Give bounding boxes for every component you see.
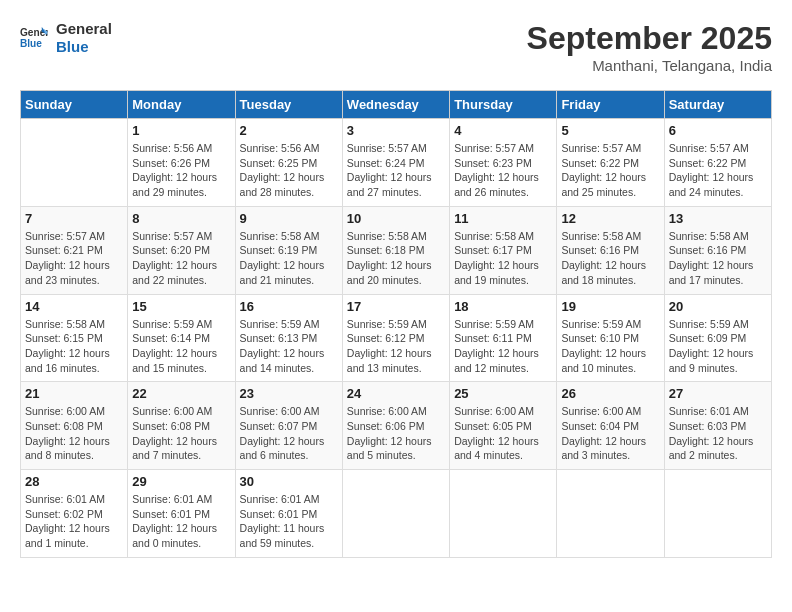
calendar-cell: [557, 470, 664, 558]
calendar-cell: 22Sunrise: 6:00 AM Sunset: 6:08 PM Dayli…: [128, 382, 235, 470]
week-row-1: 1Sunrise: 5:56 AM Sunset: 6:26 PM Daylig…: [21, 119, 772, 207]
calendar-cell: 26Sunrise: 6:00 AM Sunset: 6:04 PM Dayli…: [557, 382, 664, 470]
day-number: 1: [132, 123, 230, 138]
day-number: 29: [132, 474, 230, 489]
calendar-cell: [450, 470, 557, 558]
title-block: September 2025 Manthani, Telangana, Indi…: [527, 20, 772, 74]
calendar-cell: 28Sunrise: 6:01 AM Sunset: 6:02 PM Dayli…: [21, 470, 128, 558]
day-detail: Sunrise: 5:56 AM Sunset: 6:26 PM Dayligh…: [132, 141, 230, 200]
day-detail: Sunrise: 5:57 AM Sunset: 6:20 PM Dayligh…: [132, 229, 230, 288]
calendar-cell: 12Sunrise: 5:58 AM Sunset: 6:16 PM Dayli…: [557, 206, 664, 294]
calendar-cell: 2Sunrise: 5:56 AM Sunset: 6:25 PM Daylig…: [235, 119, 342, 207]
day-number: 27: [669, 386, 767, 401]
day-number: 15: [132, 299, 230, 314]
location-subtitle: Manthani, Telangana, India: [527, 57, 772, 74]
day-number: 5: [561, 123, 659, 138]
day-detail: Sunrise: 5:58 AM Sunset: 6:18 PM Dayligh…: [347, 229, 445, 288]
day-number: 10: [347, 211, 445, 226]
day-detail: Sunrise: 5:58 AM Sunset: 6:17 PM Dayligh…: [454, 229, 552, 288]
calendar-cell: 24Sunrise: 6:00 AM Sunset: 6:06 PM Dayli…: [342, 382, 449, 470]
calendar-cell: 29Sunrise: 6:01 AM Sunset: 6:01 PM Dayli…: [128, 470, 235, 558]
calendar-cell: 30Sunrise: 6:01 AM Sunset: 6:01 PM Dayli…: [235, 470, 342, 558]
calendar-cell: 8Sunrise: 5:57 AM Sunset: 6:20 PM Daylig…: [128, 206, 235, 294]
calendar-cell: 15Sunrise: 5:59 AM Sunset: 6:14 PM Dayli…: [128, 294, 235, 382]
day-detail: Sunrise: 6:01 AM Sunset: 6:03 PM Dayligh…: [669, 404, 767, 463]
day-number: 13: [669, 211, 767, 226]
calendar-cell: 18Sunrise: 5:59 AM Sunset: 6:11 PM Dayli…: [450, 294, 557, 382]
weekday-header-tuesday: Tuesday: [235, 91, 342, 119]
day-detail: Sunrise: 5:59 AM Sunset: 6:09 PM Dayligh…: [669, 317, 767, 376]
day-number: 16: [240, 299, 338, 314]
calendar-cell: 16Sunrise: 5:59 AM Sunset: 6:13 PM Dayli…: [235, 294, 342, 382]
day-number: 6: [669, 123, 767, 138]
calendar-cell: 14Sunrise: 5:58 AM Sunset: 6:15 PM Dayli…: [21, 294, 128, 382]
day-number: 19: [561, 299, 659, 314]
day-detail: Sunrise: 5:57 AM Sunset: 6:24 PM Dayligh…: [347, 141, 445, 200]
day-detail: Sunrise: 5:57 AM Sunset: 6:21 PM Dayligh…: [25, 229, 123, 288]
week-row-4: 21Sunrise: 6:00 AM Sunset: 6:08 PM Dayli…: [21, 382, 772, 470]
calendar-cell: 13Sunrise: 5:58 AM Sunset: 6:16 PM Dayli…: [664, 206, 771, 294]
day-number: 30: [240, 474, 338, 489]
day-detail: Sunrise: 6:01 AM Sunset: 6:01 PM Dayligh…: [240, 492, 338, 551]
calendar-cell: 11Sunrise: 5:58 AM Sunset: 6:17 PM Dayli…: [450, 206, 557, 294]
logo-icon: General Blue: [20, 24, 48, 52]
day-detail: Sunrise: 5:57 AM Sunset: 6:22 PM Dayligh…: [669, 141, 767, 200]
day-detail: Sunrise: 6:00 AM Sunset: 6:08 PM Dayligh…: [132, 404, 230, 463]
day-number: 2: [240, 123, 338, 138]
day-detail: Sunrise: 5:59 AM Sunset: 6:13 PM Dayligh…: [240, 317, 338, 376]
calendar-cell: 1Sunrise: 5:56 AM Sunset: 6:26 PM Daylig…: [128, 119, 235, 207]
calendar-cell: 4Sunrise: 5:57 AM Sunset: 6:23 PM Daylig…: [450, 119, 557, 207]
day-number: 24: [347, 386, 445, 401]
day-number: 25: [454, 386, 552, 401]
logo-line2: Blue: [56, 38, 112, 56]
calendar-cell: 10Sunrise: 5:58 AM Sunset: 6:18 PM Dayli…: [342, 206, 449, 294]
weekday-header-monday: Monday: [128, 91, 235, 119]
calendar-cell: 19Sunrise: 5:59 AM Sunset: 6:10 PM Dayli…: [557, 294, 664, 382]
day-detail: Sunrise: 6:01 AM Sunset: 6:02 PM Dayligh…: [25, 492, 123, 551]
logo: General Blue General Blue: [20, 20, 112, 56]
day-number: 12: [561, 211, 659, 226]
weekday-header-friday: Friday: [557, 91, 664, 119]
day-detail: Sunrise: 5:57 AM Sunset: 6:22 PM Dayligh…: [561, 141, 659, 200]
calendar-cell: 6Sunrise: 5:57 AM Sunset: 6:22 PM Daylig…: [664, 119, 771, 207]
weekday-header-thursday: Thursday: [450, 91, 557, 119]
day-number: 3: [347, 123, 445, 138]
calendar-cell: 23Sunrise: 6:00 AM Sunset: 6:07 PM Dayli…: [235, 382, 342, 470]
day-number: 22: [132, 386, 230, 401]
day-detail: Sunrise: 5:58 AM Sunset: 6:16 PM Dayligh…: [669, 229, 767, 288]
day-detail: Sunrise: 5:58 AM Sunset: 6:15 PM Dayligh…: [25, 317, 123, 376]
weekday-header-saturday: Saturday: [664, 91, 771, 119]
day-number: 8: [132, 211, 230, 226]
day-number: 14: [25, 299, 123, 314]
day-number: 21: [25, 386, 123, 401]
week-row-3: 14Sunrise: 5:58 AM Sunset: 6:15 PM Dayli…: [21, 294, 772, 382]
logo-line1: General: [56, 20, 112, 38]
calendar-table: SundayMondayTuesdayWednesdayThursdayFrid…: [20, 90, 772, 558]
calendar-cell: 9Sunrise: 5:58 AM Sunset: 6:19 PM Daylig…: [235, 206, 342, 294]
day-detail: Sunrise: 5:59 AM Sunset: 6:14 PM Dayligh…: [132, 317, 230, 376]
calendar-cell: 20Sunrise: 5:59 AM Sunset: 6:09 PM Dayli…: [664, 294, 771, 382]
calendar-cell: 27Sunrise: 6:01 AM Sunset: 6:03 PM Dayli…: [664, 382, 771, 470]
day-detail: Sunrise: 5:56 AM Sunset: 6:25 PM Dayligh…: [240, 141, 338, 200]
calendar-cell: 3Sunrise: 5:57 AM Sunset: 6:24 PM Daylig…: [342, 119, 449, 207]
day-number: 7: [25, 211, 123, 226]
week-row-5: 28Sunrise: 6:01 AM Sunset: 6:02 PM Dayli…: [21, 470, 772, 558]
day-number: 28: [25, 474, 123, 489]
day-detail: Sunrise: 6:00 AM Sunset: 6:08 PM Dayligh…: [25, 404, 123, 463]
day-detail: Sunrise: 5:58 AM Sunset: 6:19 PM Dayligh…: [240, 229, 338, 288]
day-detail: Sunrise: 6:00 AM Sunset: 6:04 PM Dayligh…: [561, 404, 659, 463]
day-number: 20: [669, 299, 767, 314]
day-number: 4: [454, 123, 552, 138]
calendar-cell: 17Sunrise: 5:59 AM Sunset: 6:12 PM Dayli…: [342, 294, 449, 382]
svg-text:Blue: Blue: [20, 38, 42, 49]
page-header: General Blue General Blue September 2025…: [20, 20, 772, 74]
day-detail: Sunrise: 5:59 AM Sunset: 6:11 PM Dayligh…: [454, 317, 552, 376]
calendar-cell: 21Sunrise: 6:00 AM Sunset: 6:08 PM Dayli…: [21, 382, 128, 470]
day-number: 23: [240, 386, 338, 401]
calendar-cell: 7Sunrise: 5:57 AM Sunset: 6:21 PM Daylig…: [21, 206, 128, 294]
week-row-2: 7Sunrise: 5:57 AM Sunset: 6:21 PM Daylig…: [21, 206, 772, 294]
day-number: 17: [347, 299, 445, 314]
day-number: 26: [561, 386, 659, 401]
month-title: September 2025: [527, 20, 772, 57]
day-number: 18: [454, 299, 552, 314]
